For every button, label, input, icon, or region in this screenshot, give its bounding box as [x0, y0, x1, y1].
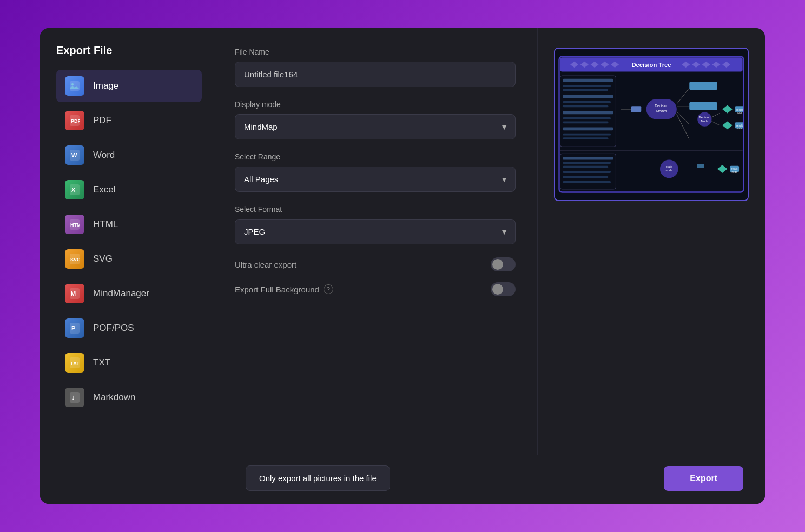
svg-text:Decision Tree: Decision Tree [631, 62, 671, 68]
dialog-footer: Only export all pictures in the file Exp… [40, 455, 765, 504]
svg-icon: SVG [65, 249, 84, 269]
display-mode-label: Display mode [235, 100, 516, 109]
svg-text:W: W [71, 152, 77, 158]
sidebar-item-word-label: Word [93, 150, 115, 161]
export-full-bg-help-icon[interactable]: ? [324, 284, 333, 294]
sidebar-item-pof[interactable]: P POF/POS [56, 312, 202, 344]
select-format-group: Select Format JPEG PNG WebP ▼ [235, 205, 516, 244]
svg-text:SVG: SVG [70, 257, 80, 262]
excel-icon: X [65, 180, 84, 200]
svg-text:result: result [736, 124, 743, 127]
svg-rect-55 [689, 82, 717, 90]
sidebar-item-markdown-label: Markdown [93, 392, 135, 403]
svg-text:HTML: HTML [70, 222, 80, 228]
svg-rect-39 [563, 105, 608, 107]
sidebar: Export File Image PDF [40, 28, 213, 455]
svg-rect-76 [563, 176, 608, 178]
svg-text:state: state [666, 165, 672, 168]
svg-rect-36 [563, 89, 608, 91]
select-format-select[interactable]: JPEG PNG WebP [235, 219, 516, 244]
display-mode-select[interactable]: MindMap Outline Slide [235, 114, 516, 139]
sidebar-item-pof-label: POF/POS [93, 323, 134, 334]
svg-rect-72 [563, 157, 613, 160]
footer-right: Export [664, 466, 743, 491]
file-name-input[interactable] [235, 62, 516, 87]
select-range-wrapper: All Pages Current Page Selected Pages ▼ [235, 167, 516, 192]
svg-rect-34 [563, 79, 613, 82]
svg-text:P: P [71, 325, 75, 331]
sidebar-item-html[interactable]: HTML HTML [56, 208, 202, 241]
svg-text:Modes: Modes [656, 109, 667, 113]
svg-rect-43 [563, 128, 613, 131]
sidebar-item-svg[interactable]: SVG SVG [56, 243, 202, 275]
export-pictures-button[interactable]: Only export all pictures in the file [246, 466, 390, 491]
svg-rect-73 [563, 162, 611, 164]
export-full-bg-toggle[interactable] [491, 282, 516, 296]
display-mode-group: Display mode MindMap Outline Slide ▼ [235, 100, 516, 139]
sidebar-item-markdown[interactable]: ↓ Markdown [56, 381, 202, 414]
export-button[interactable]: Export [664, 466, 743, 491]
export-full-bg-row: Export Full Background ? [235, 282, 516, 296]
ultra-clear-row: Ultra clear export [235, 257, 516, 271]
svg-text:Node: Node [701, 119, 708, 123]
pof-icon: P [65, 318, 84, 338]
svg-rect-37 [563, 95, 613, 98]
svg-rect-81 [697, 164, 704, 168]
select-format-label: Select Format [235, 205, 516, 214]
sidebar-item-txt-label: TXT [93, 357, 110, 368]
sidebar-item-word[interactable]: W Word [56, 139, 202, 171]
svg-rect-42 [563, 121, 608, 123]
sidebar-item-svg-label: SVG [93, 254, 113, 264]
svg-text:TXT: TXT [70, 361, 80, 366]
dialog-body: Export File Image PDF [40, 28, 765, 455]
word-icon: W [65, 145, 84, 165]
svg-text:node: node [666, 169, 672, 172]
svg-rect-75 [563, 171, 611, 173]
markdown-icon: ↓ [65, 388, 84, 407]
mindmanager-icon: M [65, 284, 84, 303]
html-icon: HTML [65, 215, 84, 234]
svg-rect-41 [563, 117, 611, 119]
display-mode-wrapper: MindMap Outline Slide ▼ [235, 114, 516, 139]
svg-rect-47 [631, 106, 642, 112]
file-name-group: File Name [235, 48, 516, 87]
svg-text:result: result [731, 168, 738, 170]
svg-rect-74 [563, 166, 608, 168]
sidebar-item-image[interactable]: Image [56, 70, 202, 102]
select-range-select[interactable]: All Pages Current Page Selected Pages [235, 167, 516, 192]
main-content: File Name Display mode MindMap Outline S… [213, 28, 538, 455]
select-range-group: Select Range All Pages Current Page Sele… [235, 152, 516, 192]
export-dialog: Export File Image PDF [40, 28, 765, 504]
select-range-label: Select Range [235, 152, 516, 161]
sidebar-item-txt[interactable]: TXT TXT [56, 347, 202, 379]
svg-text:X: X [71, 187, 76, 193]
sidebar-item-pdf[interactable]: PDF PDF [56, 104, 202, 137]
sidebar-item-mindmanager-label: MindManager [93, 288, 149, 299]
svg-rect-56 [689, 102, 717, 110]
svg-text:node: node [737, 111, 743, 114]
svg-text:Decision: Decision [699, 116, 711, 119]
svg-text:PDF: PDF [71, 118, 80, 124]
sidebar-item-pdf-label: PDF [93, 115, 111, 126]
image-icon [65, 76, 84, 96]
select-format-wrapper: JPEG PNG WebP ▼ [235, 219, 516, 244]
svg-text:M: M [71, 290, 76, 297]
ultra-clear-toggle[interactable] [491, 257, 516, 271]
svg-text:Decision: Decision [655, 104, 668, 108]
svg-text:node: node [737, 127, 743, 130]
sidebar-item-excel-label: Excel [93, 184, 116, 195]
mindmap-preview: Decision Tree [555, 49, 748, 200]
sidebar-title: Export File [56, 44, 202, 57]
preview-image: Decision Tree [554, 48, 749, 201]
sidebar-item-excel[interactable]: X Excel [56, 174, 202, 206]
svg-rect-0 [70, 81, 80, 91]
ultra-clear-label: Ultra clear export [235, 260, 296, 269]
svg-rect-44 [563, 134, 611, 136]
sidebar-item-html-label: HTML [93, 219, 118, 230]
svg-rect-38 [563, 101, 611, 103]
sidebar-item-mindmanager[interactable]: M MindManager [56, 277, 202, 310]
export-full-bg-label: Export Full Background ? [235, 284, 333, 294]
svg-rect-35 [563, 85, 611, 87]
svg-rect-45 [563, 137, 608, 139]
svg-text:result: result [736, 109, 743, 111]
